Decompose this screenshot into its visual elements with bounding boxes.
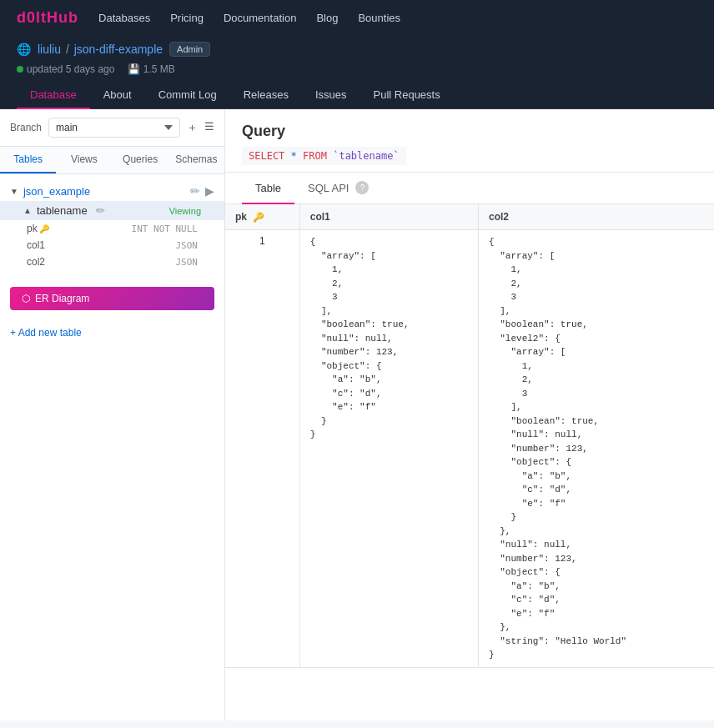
viewing-badge: Viewing <box>169 206 201 216</box>
view-tab-table[interactable]: Table <box>242 173 294 204</box>
repo-size-val: 1.5 MB <box>143 63 175 75</box>
repo-header: 🌐 liuliu / json-diff-example Admin updat… <box>0 35 714 109</box>
logo: d0ltHub <box>17 9 78 27</box>
col2-json: { "array": [ 1, 2, 3 ], "boolean": true,… <box>489 235 704 662</box>
pk-label: pk <box>27 223 38 234</box>
data-table: pk 🔑 col1 col2 1 { "array": [ 1, 2, 3 ],… <box>225 204 714 668</box>
er-diagram-icon: ⬡ <box>22 293 30 304</box>
er-diagram-label: ER Diagram <box>35 293 89 304</box>
nav-pricing[interactable]: Pricing <box>170 12 204 24</box>
sqlapi-label: SQL API <box>308 182 349 194</box>
col2-label: col2 <box>27 256 45 268</box>
repo-title-row: 🌐 liuliu / json-diff-example Admin <box>17 42 697 63</box>
db-tree: ▼ json_example ✏ ▶ ▲ tablename ✏ Viewing… <box>0 174 224 277</box>
repo-tab-pullrequests[interactable]: Pull Requests <box>360 82 454 109</box>
sql-table: `tablename` <box>333 150 399 162</box>
branch-label: Branch <box>10 122 42 133</box>
cell-col1: { "array": [ 1, 2, 3 ], "boolean": true,… <box>299 230 478 668</box>
cell-pk: 1 <box>225 230 299 668</box>
th-col1: col1 <box>299 204 478 230</box>
data-table-wrapper: pk 🔑 col1 col2 1 { "array": [ 1, 2, 3 ],… <box>225 204 714 668</box>
repo-tab-about[interactable]: About <box>90 82 145 109</box>
pk-key-icon: 🔑 <box>253 212 264 222</box>
db-item-json-example[interactable]: ▼ json_example ✏ ▶ <box>0 181 224 201</box>
nav-bounties[interactable]: Bounties <box>358 12 400 24</box>
help-icon[interactable]: ? <box>355 181 369 194</box>
logo-suffix: Hub <box>47 9 78 26</box>
sidebar-tabs: Tables Views Queries Schemas <box>0 147 224 174</box>
repo-path: liuliu / json-diff-example <box>38 43 163 56</box>
cell-col2: { "array": [ 1, 2, 3 ], "boolean": true,… <box>479 230 714 668</box>
edit-icon[interactable]: ✏ <box>190 184 200 198</box>
view-tab-sqlapi[interactable]: SQL API ? <box>294 173 382 204</box>
nav-blog[interactable]: Blog <box>316 12 338 24</box>
col1-json: { "array": [ 1, 2, 3 ], "boolean": true,… <box>310 235 468 442</box>
sql-star: * <box>291 150 303 162</box>
col-col1-type: JSON <box>176 240 199 251</box>
query-title: Query <box>242 123 697 140</box>
sidebar-tab-queries[interactable]: Queries <box>113 147 168 173</box>
sidebar-tab-tables[interactable]: Tables <box>0 147 56 173</box>
db-name: json_example <box>23 185 90 198</box>
sql-from: FROM <box>303 150 327 162</box>
content-area: Query SELECT * FROM `tablename` Table SQ… <box>225 109 714 720</box>
table-name: tablename <box>37 204 88 217</box>
repo-name[interactable]: json-diff-example <box>74 43 163 56</box>
main-layout: Branch main ＋ ☰ Tables Views Queries Sch… <box>0 109 714 720</box>
col-col1: col1 JSON <box>0 237 224 254</box>
col1-label: col1 <box>27 239 45 251</box>
repo-meta: updated 5 days ago 💾 1.5 MB <box>17 63 697 82</box>
repo-tab-commitlog[interactable]: Commit Log <box>145 82 230 109</box>
repo-size: 💾 1.5 MB <box>128 63 174 75</box>
repo-tabs: Database About Commit Log Releases Issue… <box>17 82 697 108</box>
chevron-up-icon: ▲ <box>23 206 32 215</box>
branch-menu-icon[interactable]: ☰ <box>204 120 214 135</box>
add-new-table[interactable]: + Add new table <box>0 320 224 345</box>
branch-add-icon[interactable]: ＋ <box>187 120 198 135</box>
nav-databases[interactable]: Databases <box>98 12 150 24</box>
col-pk: pk 🔑 INT NOT NULL <box>0 220 224 237</box>
table-header-row: pk 🔑 col1 col2 <box>225 204 714 230</box>
sidebar-tab-schemas[interactable]: Schemas <box>168 147 224 173</box>
table-row: 1 { "array": [ 1, 2, 3 ], "boolean": tru… <box>225 230 714 668</box>
query-sql: SELECT * FROM `tablename` <box>242 147 406 165</box>
repo-updated: updated 5 days ago <box>17 63 114 75</box>
repo-tab-database[interactable]: Database <box>17 82 90 109</box>
logo-prefix: d0lt <box>17 9 47 26</box>
top-nav: d0ltHub Databases Pricing Documentation … <box>0 0 714 35</box>
globe-icon: 🌐 <box>17 43 31 56</box>
table-item-tablename[interactable]: ▲ tablename ✏ Viewing <box>0 201 224 220</box>
nav-documentation[interactable]: Documentation <box>224 12 296 24</box>
edit-table-icon[interactable]: ✏ <box>96 204 105 217</box>
admin-badge: Admin <box>169 42 210 57</box>
disk-icon: 💾 <box>128 63 140 75</box>
sidebar-tab-views[interactable]: Views <box>56 147 112 173</box>
repo-tab-releases[interactable]: Releases <box>230 82 302 109</box>
play-icon[interactable]: ▶ <box>205 184 214 198</box>
view-tabs: Table SQL API ? <box>225 173 714 204</box>
branch-select[interactable]: main <box>48 118 180 138</box>
col-col2: col2 JSON <box>0 254 224 270</box>
repo-updated-text: updated 5 days ago <box>27 63 114 75</box>
sql-select: SELECT <box>249 150 284 162</box>
repo-separator: / <box>66 43 69 56</box>
er-diagram-button[interactable]: ⬡ ER Diagram <box>10 287 214 310</box>
query-header: Query SELECT * FROM `tablename` <box>225 109 714 173</box>
branch-actions: ＋ ☰ <box>187 120 214 135</box>
branch-row: Branch main ＋ ☰ <box>0 109 224 147</box>
green-dot <box>17 66 23 73</box>
th-pk: pk 🔑 <box>225 204 299 230</box>
chevron-down-icon: ▼ <box>10 187 18 196</box>
th-col2: col2 <box>479 204 714 230</box>
key-icon: 🔑 <box>39 224 49 233</box>
db-actions: ✏ ▶ <box>190 184 214 198</box>
th-pk-label: pk <box>235 211 247 223</box>
col-col2-type: JSON <box>176 257 199 268</box>
col-pk-type: INT NOT NULL <box>132 223 198 234</box>
repo-owner[interactable]: liuliu <box>38 43 61 56</box>
repo-tab-issues[interactable]: Issues <box>302 82 360 109</box>
sidebar: Branch main ＋ ☰ Tables Views Queries Sch… <box>0 109 225 720</box>
